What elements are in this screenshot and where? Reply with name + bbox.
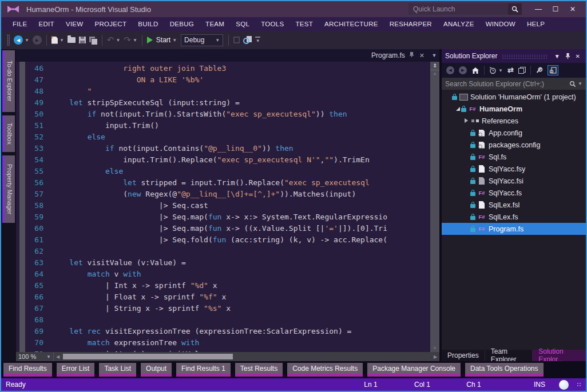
code-line-69[interactable]: 69 let rec visitExpressionTree (expressi… xyxy=(16,326,430,337)
panel-tab-find-results-1[interactable]: Find Results 1 xyxy=(176,363,231,377)
search-icon[interactable] xyxy=(508,3,522,15)
code-line-47[interactable]: 47 ON a LIKE '%b%' xyxy=(16,74,430,86)
window-position-dropdown[interactable]: ▼ xyxy=(552,53,562,59)
code-line-57[interactable]: 57 (new Regex(@"@p__linq__[\d]+=[^,]+"))… xyxy=(16,189,430,200)
code-line-63[interactable]: 63 let visitValue (v:Value) = xyxy=(16,257,430,269)
scroll-up-icon[interactable]: ▲ xyxy=(433,70,437,77)
open-file-button[interactable] xyxy=(68,37,76,43)
document-tab-program-fs[interactable]: Program.fs ✕ xyxy=(371,51,429,59)
panel-tab-find-results[interactable]: Find Results xyxy=(3,363,52,377)
menu-architecture[interactable]: ARCHITECTURE xyxy=(319,21,384,27)
editor-zoom-select[interactable]: 100 %▼ xyxy=(16,352,54,361)
search-icon[interactable]: ▼ xyxy=(569,81,582,87)
panel-tab-package-manager-console[interactable]: Package Manager Console xyxy=(367,363,461,377)
tree-item-program-fs[interactable]: Program.fs xyxy=(442,223,586,235)
solution-explorer-titlebar[interactable]: Solution Explorer ▼ ✕ xyxy=(442,49,586,63)
menu-resharper[interactable]: RESHARPER xyxy=(384,21,438,27)
code-line-65[interactable]: 65 | Int x -> sprintf "%d" x xyxy=(16,280,430,291)
solution-explorer-search-input[interactable]: Search Solution Explorer (Ctrl+;) ▼ xyxy=(442,78,586,90)
tree-item-humaneorm[interactable]: HumaneOrm xyxy=(442,103,586,115)
editor-margin[interactable] xyxy=(19,62,25,352)
panel-tab-code-metrics-results[interactable]: Code Metrics Results xyxy=(287,363,363,377)
panel-tab-test-results[interactable]: Test Results xyxy=(235,363,283,377)
code-line-56[interactable]: 56 let stripped = input.Trim().Replace("… xyxy=(16,177,430,189)
code-area[interactable]: 46 right outer join Table347 ON a LIKE '… xyxy=(16,62,430,352)
tool-tab-team-explorer[interactable]: Team Explorer xyxy=(485,350,533,361)
menu-analyze[interactable]: ANALYZE xyxy=(438,21,480,27)
attach-to-process-button[interactable] xyxy=(233,37,240,43)
tree-item-packages-config[interactable]: packages.config xyxy=(442,139,586,151)
code-line-55[interactable]: 55 else xyxy=(16,166,430,177)
tree-item-solution-humaneorm-1-project[interactable]: Solution 'HumaneOrm' (1 project) xyxy=(442,91,586,103)
quick-launch-input[interactable]: Quick Launch xyxy=(408,3,522,15)
panel-tab-output[interactable]: Output xyxy=(141,363,172,377)
tree-item-sqlyacc-fsi[interactable]: SqlYacc.fsi xyxy=(442,175,586,187)
panel-tab-error-list[interactable]: Error List xyxy=(57,363,95,377)
code-line-52[interactable]: 52 else xyxy=(16,131,430,143)
close-button[interactable]: ✕ xyxy=(564,3,581,15)
save-all-button[interactable] xyxy=(89,37,97,44)
code-line-46[interactable]: 46 right outer join Table3 xyxy=(16,63,430,74)
tool-tab-solution-explor[interactable]: Solution Explor... xyxy=(533,350,586,361)
scroll-right-icon[interactable]: ▶ xyxy=(431,354,439,359)
tree-item-app-config[interactable]: App.config xyxy=(442,127,586,139)
vertical-scrollbar[interactable]: ⇕ ▲ ▼ xyxy=(430,62,439,352)
code-line-58[interactable]: 58 |> Seq.cast xyxy=(16,200,430,211)
redo-button[interactable]: ↷▼ xyxy=(124,36,137,44)
new-file-button[interactable]: ✱▼ xyxy=(51,37,64,44)
tree-item-sqlyacc-fs[interactable]: SqlYacc.fs xyxy=(442,187,586,199)
tree-item-sql-fs[interactable]: Sql.fs xyxy=(442,151,586,163)
code-line-60[interactable]: 60 |> Seq.map(fun x-> ((x.Value.Split [|… xyxy=(16,223,430,234)
code-line-62[interactable]: 62 xyxy=(16,246,430,257)
code-line-67[interactable]: 67 | String x -> sprintf "%s" x xyxy=(16,303,430,314)
menu-build[interactable]: BUILD xyxy=(132,21,164,27)
tree-item-sqllex-fs[interactable]: SqlLex.fs xyxy=(442,211,586,223)
tree-item-sqlyacc-fsy[interactable]: SqlYacc.fsy xyxy=(442,163,586,175)
menu-team[interactable]: TEAM xyxy=(200,21,230,27)
panel-tab-task-list[interactable]: Task List xyxy=(99,363,136,377)
collapsed-expander-icon[interactable] xyxy=(462,117,470,125)
toolbar-grip[interactable] xyxy=(7,34,10,46)
menu-sql[interactable]: SQL xyxy=(230,21,255,27)
properties-wrench-button[interactable] xyxy=(536,67,543,74)
toolbar-overflow-button[interactable]: ▼ xyxy=(255,37,260,43)
se-forward-button[interactable]: ▶ xyxy=(459,66,467,74)
pending-changes-filter-button[interactable]: ▼ xyxy=(489,67,503,74)
menu-project[interactable]: PROJECT xyxy=(89,21,133,27)
code-line-48[interactable]: 48 " xyxy=(16,86,430,97)
tool-tab-property-manager[interactable]: Property Manager xyxy=(2,155,15,223)
code-line-64[interactable]: 64 match v with xyxy=(16,269,430,280)
close-tab-icon[interactable]: ✕ xyxy=(419,52,425,59)
navigate-forward-button[interactable]: ▶ xyxy=(33,35,42,45)
start-debug-button[interactable]: Start▼ xyxy=(147,36,177,44)
feedback-icon[interactable] xyxy=(559,380,569,390)
menu-view[interactable]: VIEW xyxy=(60,21,89,27)
tree-item-references[interactable]: References xyxy=(442,115,586,127)
tree-item-sqllex-fsl[interactable]: SqlLex.fsl xyxy=(442,199,586,211)
collapse-all-button[interactable] xyxy=(518,67,526,74)
se-back-button[interactable]: ◀ xyxy=(446,66,454,74)
sync-with-active-document-icon[interactable]: ⇄ xyxy=(507,66,514,74)
code-line-66[interactable]: 66 | Float x -> sprintf "%f" x xyxy=(16,291,430,303)
code-line-54[interactable]: 54 input.Trim().Replace("exec sp_execute… xyxy=(16,154,430,166)
scroll-down-icon[interactable]: ▼ xyxy=(433,345,437,352)
hscrollbar-track[interactable] xyxy=(62,352,431,361)
split-editor-handle[interactable]: ⇕ xyxy=(430,62,439,70)
find-in-files-button[interactable] xyxy=(243,36,252,44)
code-line-70[interactable]: 70 match expressionTree with xyxy=(16,337,430,349)
tool-tab-toolbox[interactable]: Toolbox xyxy=(2,115,15,152)
tool-tab-properties[interactable]: Properties xyxy=(442,350,485,361)
pin-icon[interactable] xyxy=(562,53,573,59)
code-line-61[interactable]: 61 |> Seq.fold(fun (acc:string) (k, v) -… xyxy=(16,234,430,246)
undo-button[interactable]: ↶▼ xyxy=(107,36,121,44)
navigate-back-button[interactable]: ◀▼ xyxy=(14,35,29,45)
menu-file[interactable]: FILE xyxy=(7,21,33,27)
menu-debug[interactable]: DEBUG xyxy=(164,21,200,27)
menu-help[interactable]: HELP xyxy=(521,21,550,27)
pin-icon[interactable] xyxy=(408,51,415,59)
menu-test[interactable]: TEST xyxy=(289,21,319,27)
home-button[interactable] xyxy=(471,67,479,74)
code-line-59[interactable]: 59 |> Seq.map(fun x-> x:> System.Text.Re… xyxy=(16,211,430,223)
code-line-50[interactable]: 50 if not(input.Trim().StartsWith("exec … xyxy=(16,109,430,120)
hscrollbar-thumb[interactable] xyxy=(63,354,233,359)
